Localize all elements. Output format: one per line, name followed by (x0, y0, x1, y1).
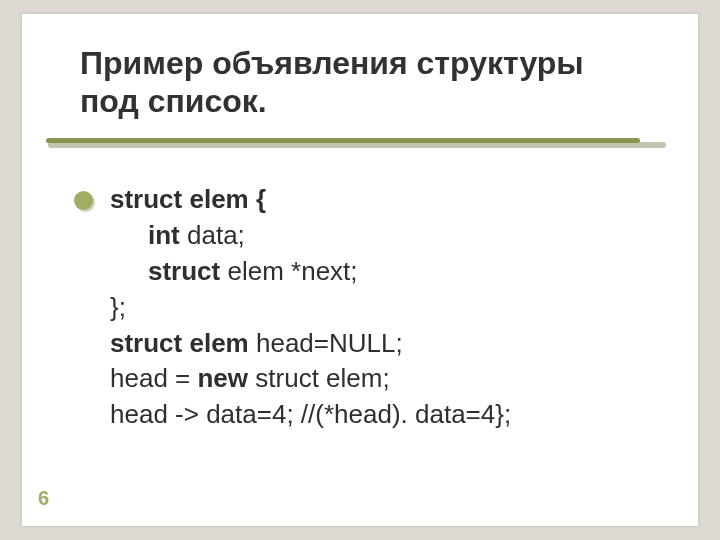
code-l6-a: head = (110, 363, 197, 393)
code-l4: }; (110, 292, 126, 322)
kw-struct-elem-decl: struct elem (110, 328, 249, 358)
code-line-1: struct elem { (110, 182, 670, 218)
divider (22, 142, 698, 143)
kw-struct: struct (148, 256, 220, 286)
code-block: struct elem { int data; struct elem *nex… (110, 182, 670, 433)
divider-line (46, 138, 640, 143)
kw-new: new (197, 363, 248, 393)
code-line-2: int data; (110, 218, 670, 254)
code-l2-rest: data; (180, 220, 245, 250)
bullet-icon (74, 191, 93, 210)
kw-struct-elem-open: struct elem { (110, 184, 266, 214)
code-l6-b: struct elem; (248, 363, 390, 393)
code-line-7: head -> data=4; //(*head). data=4}; (110, 397, 670, 433)
slide: Пример объявления структуры под список. … (22, 14, 698, 526)
title-line-2: под список. (80, 82, 640, 120)
kw-int: int (148, 220, 180, 250)
code-l3-rest: elem *next; (220, 256, 357, 286)
page-number: 6 (38, 487, 49, 510)
code-l5-rest: head=NULL; (249, 328, 403, 358)
slide-title: Пример объявления структуры под список. (80, 44, 640, 121)
code-l7: head -> data=4; //(*head). data=4}; (110, 399, 511, 429)
title-line-1: Пример объявления структуры (80, 44, 640, 82)
code-line-3: struct elem *next; (110, 254, 670, 290)
code-line-5: struct elem head=NULL; (110, 326, 670, 362)
code-line-6: head = new struct elem; (110, 361, 670, 397)
code-line-4: }; (110, 290, 670, 326)
